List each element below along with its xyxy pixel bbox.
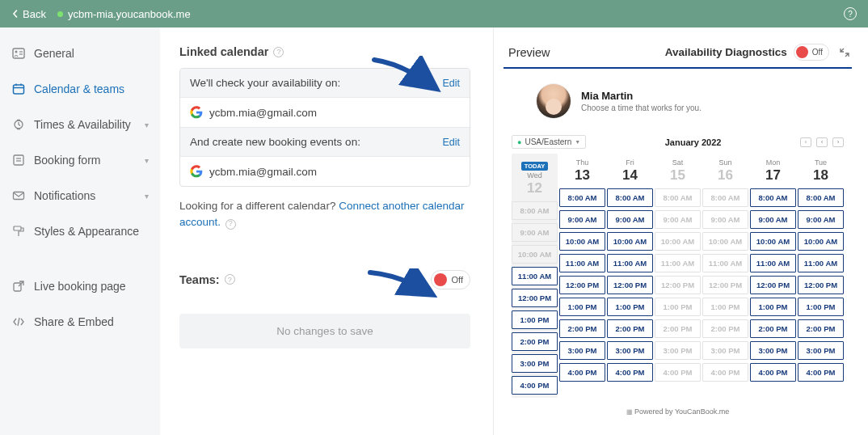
time-slot[interactable]: 10:00 AM bbox=[798, 232, 844, 251]
time-slot[interactable]: 4:00 PM bbox=[607, 363, 653, 382]
day-number: 14 bbox=[607, 167, 653, 184]
availability-email: ycbm.mia@gmail.com bbox=[209, 107, 317, 119]
sidebar-item-booking-form[interactable]: Booking form ▾ bbox=[0, 142, 160, 178]
svg-rect-0 bbox=[13, 49, 24, 58]
time-slot[interactable]: 3:00 PM bbox=[559, 341, 605, 360]
time-slot[interactable]: 11:00 AM bbox=[607, 254, 653, 272]
help-icon[interactable]: ? bbox=[225, 274, 235, 285]
time-slot[interactable]: 2:00 PM bbox=[607, 319, 653, 338]
calendar-next-icon[interactable]: › bbox=[832, 137, 844, 147]
looking-text: Looking for a different calendar? bbox=[179, 200, 339, 212]
teams-toggle[interactable]: Off bbox=[431, 270, 470, 289]
time-slot: 4:00 PM bbox=[655, 363, 701, 382]
time-slot[interactable]: 2:00 PM bbox=[798, 319, 844, 338]
time-slot[interactable]: 9:00 AM bbox=[607, 210, 653, 229]
collapse-icon[interactable] bbox=[837, 45, 852, 60]
time-slot: 8:00 AM bbox=[512, 201, 558, 220]
time-slot[interactable]: 12:00 PM bbox=[559, 276, 605, 294]
day-number: 18 bbox=[798, 167, 844, 184]
preview-footer: Powered by YouCanBook.me bbox=[504, 398, 852, 424]
time-slot[interactable]: 3:00 PM bbox=[750, 341, 796, 360]
time-slot[interactable]: 11:00 AM bbox=[512, 267, 558, 285]
time-slot[interactable]: 11:00 AM bbox=[798, 254, 844, 272]
create-email: ycbm.mia@gmail.com bbox=[209, 166, 317, 178]
diagnostics-toggle[interactable]: Off bbox=[794, 44, 829, 61]
day-of-week: Mon bbox=[750, 158, 796, 167]
help-icon[interactable]: ? bbox=[844, 7, 857, 20]
time-slot: 3:00 PM bbox=[702, 341, 748, 360]
time-slot[interactable]: 4:00 PM bbox=[559, 363, 605, 382]
time-slot[interactable]: 12:00 PM bbox=[512, 289, 558, 307]
time-slot[interactable]: 4:00 PM bbox=[512, 376, 558, 395]
paint-icon bbox=[11, 225, 26, 238]
help-icon[interactable]: ? bbox=[273, 47, 284, 57]
edit-availability-link[interactable]: Edit bbox=[442, 78, 460, 89]
time-slot[interactable]: 8:00 AM bbox=[607, 188, 653, 207]
time-slot[interactable]: 4:00 PM bbox=[750, 363, 796, 382]
sidebar-label: Share & Embed bbox=[34, 315, 114, 328]
time-slot[interactable]: 8:00 AM bbox=[798, 188, 844, 207]
time-slot[interactable]: 9:00 AM bbox=[798, 210, 844, 229]
timezone-value: USA/Eastern bbox=[525, 137, 571, 146]
day-number: 16 bbox=[702, 167, 748, 184]
save-button: No changes to save bbox=[179, 314, 470, 348]
time-slot[interactable]: 11:00 AM bbox=[559, 254, 605, 272]
sidebar-item-times-availability[interactable]: Times & Availability ▾ bbox=[0, 107, 160, 142]
time-slot[interactable]: 9:00 AM bbox=[559, 210, 605, 229]
time-slot[interactable]: 1:00 PM bbox=[750, 298, 796, 316]
time-slot: 1:00 PM bbox=[655, 298, 701, 316]
sidebar-label: Booking form bbox=[34, 154, 100, 167]
sidebar-item-share-embed[interactable]: Share & Embed bbox=[0, 304, 160, 340]
time-slot[interactable]: 8:00 AM bbox=[750, 188, 796, 207]
teams-toggle-label: Off bbox=[452, 275, 463, 285]
edit-create-link[interactable]: Edit bbox=[442, 137, 460, 148]
time-slot[interactable]: 12:00 PM bbox=[798, 276, 844, 294]
sidebar-item-calendar-teams[interactable]: Calendar & teams bbox=[0, 71, 160, 107]
time-slot[interactable]: 2:00 PM bbox=[512, 332, 558, 351]
back-label: Back bbox=[23, 8, 46, 20]
time-slot[interactable]: 12:00 PM bbox=[607, 276, 653, 294]
profile-name: Mia Martin bbox=[581, 90, 702, 102]
calendar-today-icon[interactable]: ▫ bbox=[800, 137, 811, 147]
sidebar-item-general[interactable]: General bbox=[0, 36, 160, 71]
time-slot: 11:00 AM bbox=[702, 254, 748, 272]
time-slot[interactable]: 1:00 PM bbox=[559, 298, 605, 316]
sidebar-item-styles-appearance[interactable]: Styles & Appearance bbox=[0, 213, 160, 249]
svg-rect-4 bbox=[14, 85, 24, 94]
time-slot[interactable]: 2:00 PM bbox=[750, 319, 796, 338]
sidebar-label: General bbox=[34, 47, 74, 60]
time-slot[interactable]: 8:00 AM bbox=[559, 188, 605, 207]
calendar-grid: TODAYWed128:00 AM9:00 AM10:00 AM11:00 AM… bbox=[504, 154, 852, 398]
teams-heading: Teams: bbox=[179, 273, 220, 286]
time-slot[interactable]: 9:00 AM bbox=[750, 210, 796, 229]
time-slot[interactable]: 2:00 PM bbox=[559, 319, 605, 338]
time-slot[interactable]: 1:00 PM bbox=[607, 298, 653, 316]
time-slot[interactable]: 3:00 PM bbox=[607, 341, 653, 360]
time-slot[interactable]: 1:00 PM bbox=[798, 298, 844, 316]
chevron-down-icon: ▾ bbox=[145, 192, 149, 201]
timezone-select[interactable]: ● USA/Eastern ▼ bbox=[512, 135, 586, 149]
time-slot[interactable]: 1:00 PM bbox=[512, 310, 558, 329]
linked-calendar-box: We'll check your availability on: Edit y… bbox=[179, 68, 470, 187]
time-slot[interactable]: 10:00 AM bbox=[750, 232, 796, 251]
calendar-day-column: Sat158:00 AM9:00 AM10:00 AM11:00 AM12:00… bbox=[655, 154, 701, 398]
time-slot[interactable]: 4:00 PM bbox=[798, 363, 844, 382]
time-slot: 10:00 AM bbox=[655, 232, 701, 251]
time-slot[interactable]: 3:00 PM bbox=[798, 341, 844, 360]
time-slot[interactable]: 3:00 PM bbox=[512, 354, 558, 373]
preview-title: Preview bbox=[504, 46, 550, 59]
back-button[interactable]: Back bbox=[11, 8, 46, 20]
google-icon bbox=[190, 106, 203, 119]
time-slot[interactable]: 10:00 AM bbox=[607, 232, 653, 251]
sidebar-label: Styles & Appearance bbox=[34, 225, 139, 238]
time-slot[interactable]: 10:00 AM bbox=[559, 232, 605, 251]
time-slot[interactable]: 11:00 AM bbox=[750, 254, 796, 272]
calendar-prev-icon[interactable]: ‹ bbox=[816, 137, 828, 147]
sidebar-item-live-booking[interactable]: Live booking page bbox=[0, 268, 160, 304]
sidebar-item-notifications[interactable]: Notifications ▾ bbox=[0, 178, 160, 213]
time-slot: 10:00 AM bbox=[702, 232, 748, 251]
time-slot: 3:00 PM bbox=[655, 341, 701, 360]
time-slot[interactable]: 12:00 PM bbox=[750, 276, 796, 294]
help-icon[interactable]: ? bbox=[225, 219, 236, 230]
chevron-left-icon bbox=[11, 10, 19, 18]
